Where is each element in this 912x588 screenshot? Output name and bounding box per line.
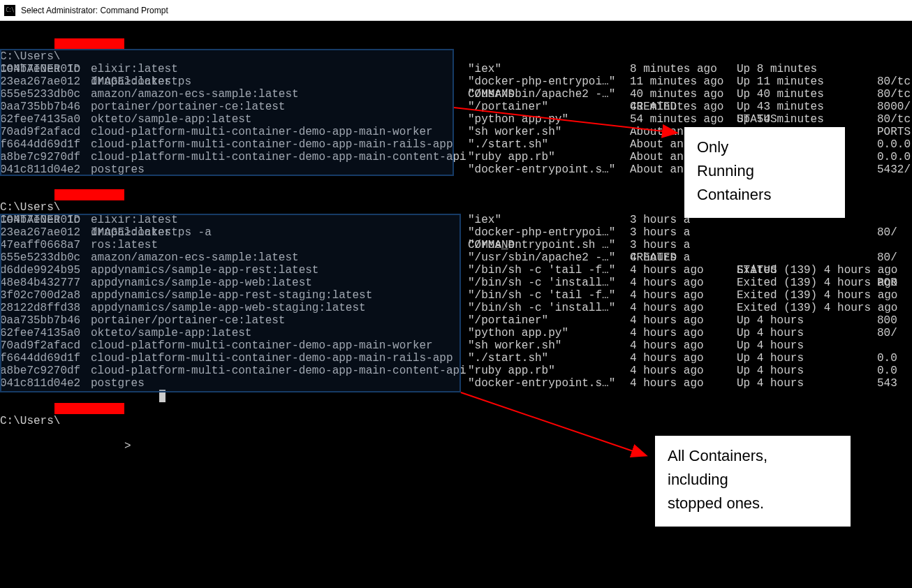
cell-command: "iex" xyxy=(468,214,501,226)
cell-image: appdynamics/sample-app-web-staging:lates… xyxy=(91,302,366,314)
cell-container-id: 23ea267ae012 xyxy=(0,75,80,88)
cell-command: "docker-php-entrypoi…" xyxy=(468,226,615,239)
cell-command: "/bin/sh -c 'install…" xyxy=(468,277,615,289)
table-row: d6dde9924b95appdynamics/sample-app-rest:… xyxy=(0,264,912,277)
cell-image: elixir:latest xyxy=(91,214,178,226)
redacted-username xyxy=(54,189,124,200)
cell-ports: 0.0.0 xyxy=(877,151,911,163)
cell-status: Up 4 hours xyxy=(737,365,897,377)
cell-container-id: 041c811d04e2 xyxy=(0,377,80,390)
cell-image: postgres xyxy=(91,163,145,176)
cell-created: 54 minutes ago xyxy=(630,113,723,126)
cell-container-id: 70ad9f2afacd xyxy=(0,339,80,352)
cell-container-id: 48e84b432777 xyxy=(0,277,80,289)
cell-status: Up 11 minutes xyxy=(737,75,897,88)
table-row: 23ea267ae012drupal:latest"docker-php-ent… xyxy=(0,75,912,88)
cell-command: "./start.sh" xyxy=(468,138,548,151)
cell-created: About an xyxy=(630,163,684,176)
cell-container-id: 62fee74135a0 xyxy=(0,327,80,339)
cell-command: "sh worker.sh" xyxy=(468,339,561,352)
cell-image: cloud-platform-multi-container-demo-app-… xyxy=(91,352,453,365)
cell-created: 43 minutes ago xyxy=(630,101,723,113)
cell-created: 3 hours a xyxy=(630,214,690,226)
cell-created: 4 hours ago xyxy=(630,352,704,365)
cell-container-id: 1e4b7e0ea01c xyxy=(0,63,80,75)
table-row: 0aa735bb7b46portainer/portainer-ce:lates… xyxy=(0,101,912,113)
cell-container-id: 1e4b7e0ea01c xyxy=(0,214,80,226)
cell-image: cloud-platform-multi-container-demo-app-… xyxy=(91,138,453,151)
table-row: 28122d8ffd38appdynamics/sample-app-web-s… xyxy=(0,302,912,314)
cell-command: "/bin/sh -c 'tail -f…" xyxy=(468,264,615,277)
cell-container-id: 3f02c700d2a8 xyxy=(0,289,80,302)
cell-container-id: 0aa735bb7b46 xyxy=(0,101,80,113)
cell-status: Up 4 hours xyxy=(737,352,897,365)
table-row: 62fee74135a0okteto/sample-app:latest"pyt… xyxy=(0,113,912,126)
table-row: 0aa735bb7b46portainer/portainer-ce:lates… xyxy=(0,314,912,327)
cell-status: Exited (139) 4 hours ago xyxy=(737,289,897,302)
cell-image: amazon/amazon-ecs-sample:latest xyxy=(91,88,299,101)
table-row: a8be7c9270dfcloud-platform-multi-contain… xyxy=(0,365,912,377)
cell-status: Up 4 hours xyxy=(737,339,897,352)
cell-container-id: a8be7c9270df xyxy=(0,151,80,163)
cell-status: Exited (139) 4 hours ago xyxy=(737,277,897,289)
cell-container-id: 655e5233db0c xyxy=(0,88,80,101)
cell-created: 4 hours a xyxy=(630,251,690,264)
prompt-path: C:\Users\ xyxy=(0,415,60,427)
cell-status: Up 8 minutes xyxy=(737,63,897,75)
redacted-username xyxy=(54,38,124,50)
cell-command: "sh worker.sh" xyxy=(468,126,561,138)
cell-image: drupal:latest xyxy=(91,226,178,239)
table2-body: 1e4b7e0ea01celixir:latest"iex"3 hours a2… xyxy=(0,214,912,390)
cell-command: "ruby app.rb" xyxy=(468,365,555,377)
cell-ports: 80/ xyxy=(877,226,897,239)
cell-command: "python app.py" xyxy=(468,113,568,126)
cell-created: 4 hours ago xyxy=(630,339,704,352)
cell-command: "docker-php-entrypoi…" xyxy=(468,75,615,88)
cell-container-id: 47eaff0668a7 xyxy=(0,239,80,251)
cell-command: "python app.py" xyxy=(468,327,568,339)
cell-image: amazon/amazon-ecs-sample:latest xyxy=(91,251,299,264)
cell-container-id: d6dde9924b95 xyxy=(0,264,80,277)
table-row: 3f02c700d2a8appdynamics/sample-app-rest-… xyxy=(0,289,912,302)
cell-image: drupal:latest xyxy=(91,75,178,88)
cmd-window: C:\ Select Administrator: Command Prompt… xyxy=(0,0,912,588)
cell-image: ros:latest xyxy=(91,239,158,251)
prompt-1: C:\Users\ >docker ps xyxy=(0,38,912,50)
cell-created: 8 minutes ago xyxy=(630,63,717,75)
titlebar[interactable]: C:\ Select Administrator: Command Prompt xyxy=(0,0,912,21)
cell-created: 4 hours ago xyxy=(630,302,704,314)
text-cursor xyxy=(159,390,166,402)
cell-image: elixir:latest xyxy=(91,63,178,75)
cell-image: cloud-platform-multi-container-demo-app-… xyxy=(91,126,433,138)
cell-image: appdynamics/sample-app-web:latest xyxy=(91,277,312,289)
annotation-line: All Containers, xyxy=(668,444,838,468)
table-row: f6644dd69d1fcloud-platform-multi-contain… xyxy=(0,352,912,365)
table-row: 48e84b432777appdynamics/sample-app-web:l… xyxy=(0,277,912,289)
cell-command: "docker-entrypoint.s…" xyxy=(468,377,615,390)
cell-container-id: f6644dd69d1f xyxy=(0,138,80,151)
cell-container-id: f6644dd69d1f xyxy=(0,352,80,365)
cell-ports: 80/ xyxy=(877,251,897,264)
cell-created: 4 hours ago xyxy=(630,377,704,390)
cell-ports: 80/tc xyxy=(877,113,911,126)
cell-created: 3 hours a xyxy=(630,239,690,251)
table1-header: CONTAINER ID IMAGE COMMAND CREATED STATU… xyxy=(0,50,912,63)
cell-container-id: 62fee74135a0 xyxy=(0,113,80,126)
table-row: 041c811d04e2postgres"docker-entrypoint.s… xyxy=(0,377,912,390)
cell-command: "/bin/sh -c 'install…" xyxy=(468,302,615,314)
cell-command: "/usr/sbin/apache2 -…" xyxy=(468,251,615,264)
cell-created: 4 hours ago xyxy=(630,365,704,377)
blank-row xyxy=(0,390,912,402)
cell-container-id: 655e5233db0c xyxy=(0,251,80,264)
cell-created: 3 hours a xyxy=(630,226,690,239)
cell-image: portainer/portainer-ce:latest xyxy=(91,314,285,327)
table-row: 47eaff0668a7ros:latest"/ros_entrypoint.s… xyxy=(0,239,912,251)
terminal[interactable]: C:\Users\ >docker ps CONTAINER ID IMAGE … xyxy=(0,21,912,588)
cell-status: Up 4 hours xyxy=(737,327,897,339)
cell-ports: 80/ xyxy=(877,327,897,339)
cell-created: 4 hours ago xyxy=(630,264,704,277)
cell-command: "/portainer" xyxy=(468,314,548,327)
cell-status: Up 54 minutes xyxy=(737,113,897,126)
cell-ports: 80/tc xyxy=(877,88,911,101)
cell-command: "/portainer" xyxy=(468,101,548,113)
